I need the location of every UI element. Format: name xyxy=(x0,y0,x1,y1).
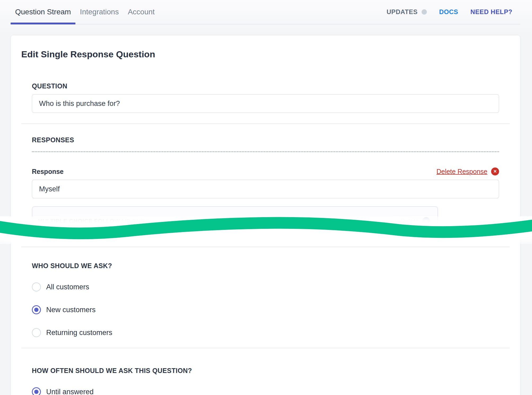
nav-right-links: UPDATES DOCS NEED HELP? xyxy=(387,8,520,16)
updates-indicator-dot-icon xyxy=(422,9,427,15)
followup-delete-x-icon[interactable]: ✕ xyxy=(422,217,430,225)
radio-option-until-answered[interactable]: Until answered xyxy=(32,387,499,395)
need-help-link[interactable]: NEED HELP? xyxy=(470,8,512,16)
section-divider xyxy=(21,348,510,348)
followup-question-box: MULTIPLE CHOICE FOLLOW-UP QUESTION (SING… xyxy=(32,206,438,236)
followup-question-label: MULTIPLE CHOICE FOLLOW-UP QUESTION (SING… xyxy=(38,218,226,225)
nav-tabs: Question Stream Integrations Account xyxy=(11,0,159,24)
question-section: QUESTION xyxy=(21,82,510,113)
radio-option-label: Until answered xyxy=(46,388,94,395)
section-divider xyxy=(21,247,510,247)
dotted-divider xyxy=(32,151,499,152)
radio-option-returning-customers[interactable]: Returning customers xyxy=(32,328,499,337)
docs-link[interactable]: DOCS xyxy=(439,8,458,16)
tab-integrations-label: Integrations xyxy=(80,8,119,16)
tab-question-stream[interactable]: Question Stream xyxy=(11,0,75,24)
frequency-section: HOW OFTEN SHOULD WE ASK THIS QUESTION? U… xyxy=(21,367,510,395)
question-input[interactable] xyxy=(32,94,499,113)
tab-account-label: Account xyxy=(128,8,155,16)
radio-option-label: Returning customers xyxy=(46,329,112,337)
radio-button[interactable] xyxy=(32,305,41,314)
radio-option-label: All customers xyxy=(46,283,89,291)
radio-option-new-customers[interactable]: New customers xyxy=(32,305,499,314)
response-input[interactable] xyxy=(32,180,499,198)
tab-integrations[interactable]: Integrations xyxy=(75,0,123,24)
who-section-label: WHO SHOULD WE ASK? xyxy=(32,262,499,270)
response-row: Response Delete Response ✕ xyxy=(32,168,499,175)
responses-section: RESPONSES Response Delete Response ✕ MUL… xyxy=(21,136,510,236)
radio-button[interactable] xyxy=(32,328,41,337)
page-title: Edit Single Response Question xyxy=(21,49,510,59)
updates-label: UPDATES xyxy=(387,8,418,16)
top-nav: Question Stream Integrations Account UPD… xyxy=(11,0,520,24)
delete-response-label: Delete Response xyxy=(436,168,487,175)
tab-account[interactable]: Account xyxy=(123,0,159,24)
radio-option-all-customers[interactable]: All customers xyxy=(32,282,499,291)
radio-option-label: New customers xyxy=(46,306,96,314)
edit-question-card: Edit Single Response Question QUESTION R… xyxy=(11,35,520,395)
followup-delete-button[interactable]: Delete ✕ xyxy=(401,217,430,225)
delete-response-x-icon[interactable]: ✕ xyxy=(491,168,499,175)
response-label: Response xyxy=(32,168,63,175)
tab-question-stream-label: Question Stream xyxy=(15,8,71,16)
frequency-section-label: HOW OFTEN SHOULD WE ASK THIS QUESTION? xyxy=(32,367,499,375)
followup-delete-label: Delete xyxy=(401,217,419,225)
responses-label: RESPONSES xyxy=(32,136,499,144)
radio-button[interactable] xyxy=(32,282,41,291)
who-section: WHO SHOULD WE ASK? All customers New cus… xyxy=(21,262,510,337)
radio-button[interactable] xyxy=(32,387,41,395)
delete-response-button[interactable]: Delete Response ✕ xyxy=(436,168,499,175)
question-label: QUESTION xyxy=(32,82,499,90)
section-divider xyxy=(21,123,510,124)
updates-link[interactable]: UPDATES xyxy=(387,8,427,16)
